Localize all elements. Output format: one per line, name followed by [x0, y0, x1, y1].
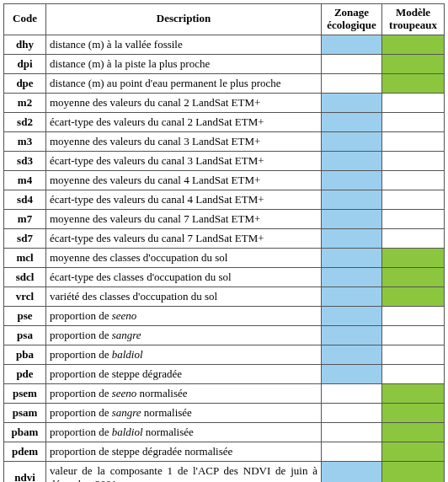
description-cell: moyenne des valeurs du canal 4 LandSat E… [46, 170, 322, 190]
table-row: m2moyenne des valeurs du canal 2 LandSat… [4, 93, 445, 112]
zonage-cell [322, 112, 382, 131]
zonage-cell [322, 228, 382, 248]
description-cell: écart-type des valeurs du canal 7 LandSa… [46, 228, 322, 248]
table-row: sdclécart-type des classes d'occupation … [4, 267, 445, 287]
table-row: dhydistance (m) à la vallée fossile [4, 35, 445, 54]
code-cell: m4 [4, 170, 46, 190]
description-cell: écart-type des valeurs du canal 3 LandSa… [46, 151, 322, 170]
code-cell: vrcl [4, 287, 46, 306]
code-cell: dpe [4, 73, 46, 93]
modele-cell [382, 54, 445, 73]
table-row: m3moyenne des valeurs du canal 3 LandSat… [4, 131, 445, 151]
zonage-cell [322, 93, 382, 112]
zonage-cell [322, 383, 382, 403]
modele-cell [382, 325, 445, 345]
modele-cell [382, 73, 445, 93]
code-cell: ndvi [4, 461, 46, 482]
modele-cell [382, 151, 445, 170]
code-cell: m2 [4, 93, 46, 112]
code-cell: pde [4, 364, 46, 383]
variable-table-wrapper: Code Description Zonage écologique Modèl… [0, 0, 448, 482]
table-row: psaproportion de sangre [4, 325, 445, 345]
zonage-cell [322, 170, 382, 190]
variable-table: Code Description Zonage écologique Modèl… [3, 3, 445, 482]
code-cell: m7 [4, 209, 46, 228]
description-cell: proportion de baldiol [46, 345, 322, 364]
modele-cell [382, 364, 445, 383]
description-cell: proportion de steppe dégradée [46, 364, 322, 383]
code-cell: mcl [4, 248, 46, 267]
modele-cell [382, 248, 445, 267]
code-cell: psa [4, 325, 46, 345]
table-row: sd2écart-type des valeurs du canal 2 Lan… [4, 112, 445, 131]
description-cell: proportion de baldiol normalisée [46, 422, 322, 442]
code-cell: sd3 [4, 151, 46, 170]
description-cell: écart-type des valeurs du canal 2 LandSa… [46, 112, 322, 131]
description-cell: moyenne des classes d'occupation du sol [46, 248, 322, 267]
code-cell: dpi [4, 54, 46, 73]
description-cell: proportion de steppe dégradée normalisée [46, 442, 322, 461]
description-cell: moyenne des valeurs du canal 7 LandSat E… [46, 209, 322, 228]
modele-cell [382, 306, 445, 325]
table-row: sd3écart-type des valeurs du canal 3 Lan… [4, 151, 445, 170]
header-zonage: Zonage écologique [322, 4, 382, 35]
zonage-cell [322, 461, 382, 482]
modele-cell [382, 287, 445, 306]
modele-cell [382, 170, 445, 190]
description-cell: écart-type des classes d'occupation du s… [46, 267, 322, 287]
header-code: Code [4, 4, 46, 35]
zonage-cell [322, 442, 382, 461]
header-modele: Modèle troupeaux [382, 4, 445, 35]
zonage-cell [322, 151, 382, 170]
description-cell: écart-type des valeurs du canal 4 LandSa… [46, 190, 322, 209]
modele-cell [382, 131, 445, 151]
zonage-cell [322, 364, 382, 383]
code-cell: pse [4, 306, 46, 325]
header-description: Description [46, 4, 322, 35]
table-row: pdemproportion de steppe dégradée normal… [4, 442, 445, 461]
code-cell: sd7 [4, 228, 46, 248]
code-cell: psam [4, 403, 46, 422]
table-row: pseproportion de seeno [4, 306, 445, 325]
code-cell: pba [4, 345, 46, 364]
table-row: psamproportion de sangre normalisée [4, 403, 445, 422]
description-cell: proportion de sangre normalisée [46, 403, 322, 422]
table-row: pbamproportion de baldiol normalisée [4, 422, 445, 442]
zonage-cell [322, 35, 382, 54]
modele-cell [382, 190, 445, 209]
table-row: m7moyenne des valeurs du canal 7 LandSat… [4, 209, 445, 228]
code-cell: sd4 [4, 190, 46, 209]
modele-cell [382, 209, 445, 228]
modele-cell [382, 403, 445, 422]
description-cell: variété des classes d'occupation du sol [46, 287, 322, 306]
modele-cell [382, 228, 445, 248]
description-cell: valeur de la composante 1 de l'ACP des N… [46, 461, 322, 482]
code-cell: sdcl [4, 267, 46, 287]
description-cell: distance (m) à la vallée fossile [46, 35, 322, 54]
table-row: m4moyenne des valeurs du canal 4 LandSat… [4, 170, 445, 190]
zonage-cell [322, 209, 382, 228]
zonage-cell [322, 306, 382, 325]
modele-cell [382, 35, 445, 54]
modele-cell [382, 442, 445, 461]
modele-cell [382, 422, 445, 442]
code-cell: pdem [4, 442, 46, 461]
zonage-cell [322, 248, 382, 267]
table-row: vrclvariété des classes d'occupation du … [4, 287, 445, 306]
modele-cell [382, 93, 445, 112]
modele-cell [382, 112, 445, 131]
description-cell: proportion de seeno [46, 306, 322, 325]
zonage-cell [322, 325, 382, 345]
zonage-cell [322, 403, 382, 422]
zonage-cell [322, 345, 382, 364]
modele-cell [382, 267, 445, 287]
table-row: mclmoyenne des classes d'occupation du s… [4, 248, 445, 267]
description-cell: moyenne des valeurs du canal 2 LandSat E… [46, 93, 322, 112]
code-cell: psem [4, 383, 46, 403]
code-cell: sd2 [4, 112, 46, 131]
table-row: pdeproportion de steppe dégradée [4, 364, 445, 383]
zonage-cell [322, 54, 382, 73]
table-row: sd7écart-type des valeurs du canal 7 Lan… [4, 228, 445, 248]
table-row: dpedistance (m) au point d'eau permanent… [4, 73, 445, 93]
code-cell: m3 [4, 131, 46, 151]
